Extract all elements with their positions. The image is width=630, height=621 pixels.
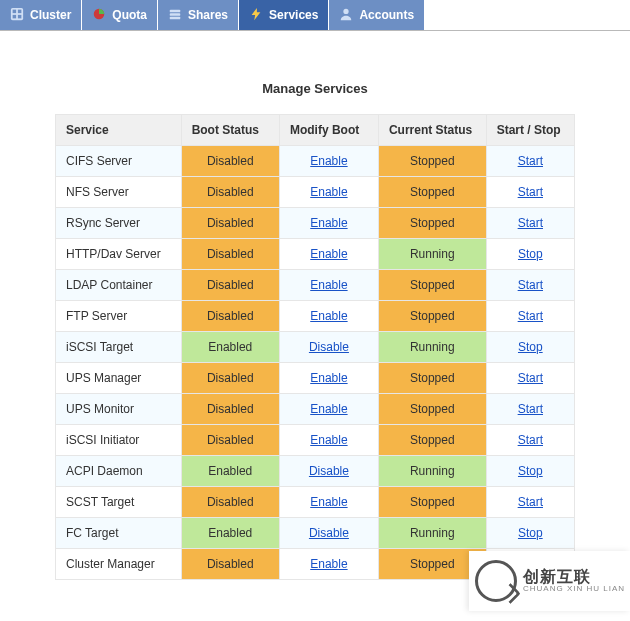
services-table: Service Boot Status Modify Boot Current … (55, 114, 575, 580)
service-name: LDAP Container (56, 270, 182, 301)
boot-status: Enabled (181, 332, 279, 363)
nav-tab-cluster[interactable]: Cluster (0, 0, 82, 30)
start-link[interactable]: Start (518, 216, 543, 230)
current-status: Stopped (378, 394, 486, 425)
current-status: Stopped (378, 301, 486, 332)
modify-boot-cell: Disable (279, 332, 378, 363)
enable-boot-link[interactable]: Enable (310, 557, 347, 571)
boot-status: Disabled (181, 363, 279, 394)
page-title: Manage Services (55, 61, 575, 114)
start-link[interactable]: Start (518, 278, 543, 292)
watermark: 创新互联 CHUANG XIN HU LIAN (469, 551, 630, 580)
current-status: Stopped (378, 425, 486, 456)
table-row: NFS ServerDisabledEnableStoppedStart (56, 177, 575, 208)
stop-link[interactable]: Stop (518, 247, 543, 261)
start-stop-cell: Start (486, 270, 574, 301)
current-status: Running (378, 332, 486, 363)
enable-boot-link[interactable]: Enable (310, 309, 347, 323)
table-row: HTTP/Dav ServerDisabledEnableRunningStop (56, 239, 575, 270)
start-link[interactable]: Start (518, 495, 543, 509)
service-name: FC Target (56, 518, 182, 549)
start-stop-cell: Start (486, 394, 574, 425)
nav-tab-services[interactable]: Services (239, 0, 329, 30)
start-link[interactable]: Start (518, 402, 543, 416)
start-stop-cell: Start (486, 301, 574, 332)
start-link[interactable]: Start (518, 371, 543, 385)
boot-status: Enabled (181, 456, 279, 487)
svg-marker-9 (252, 7, 261, 19)
table-row: FTP ServerDisabledEnableStoppedStart (56, 301, 575, 332)
table-row: LDAP ContainerDisabledEnableStoppedStart (56, 270, 575, 301)
nav-tab-quota[interactable]: Quota (82, 0, 158, 30)
enable-boot-link[interactable]: Enable (310, 247, 347, 261)
current-status: Running (378, 239, 486, 270)
service-name: ACPI Daemon (56, 456, 182, 487)
start-link[interactable]: Start (518, 433, 543, 447)
start-link[interactable]: Start (518, 309, 543, 323)
boot-status: Disabled (181, 177, 279, 208)
nav-tab-label: Shares (188, 8, 228, 22)
table-row: ACPI DaemonEnabledDisableRunningStop (56, 456, 575, 487)
watermark-text-big: 创新互联 (523, 568, 625, 580)
service-name: Cluster Manager (56, 549, 182, 580)
svg-rect-1 (13, 9, 17, 13)
boot-status: Disabled (181, 487, 279, 518)
modify-boot-cell: Enable (279, 146, 378, 177)
service-name: NFS Server (56, 177, 182, 208)
disable-boot-link[interactable]: Disable (309, 526, 349, 540)
col-boot-status: Boot Status (181, 115, 279, 146)
modify-boot-cell: Enable (279, 270, 378, 301)
boot-status: Disabled (181, 394, 279, 425)
modify-boot-cell: Enable (279, 177, 378, 208)
enable-boot-link[interactable]: Enable (310, 433, 347, 447)
modify-boot-cell: Disable (279, 456, 378, 487)
table-row: UPS MonitorDisabledEnableStoppedStart (56, 394, 575, 425)
enable-boot-link[interactable]: Enable (310, 371, 347, 385)
nav-tab-accounts[interactable]: Accounts (329, 0, 425, 30)
enable-boot-link[interactable]: Enable (310, 402, 347, 416)
stop-link[interactable]: Stop (518, 340, 543, 354)
modify-boot-cell: Enable (279, 425, 378, 456)
table-row: RSync ServerDisabledEnableStoppedStart (56, 208, 575, 239)
svg-rect-7 (170, 13, 181, 16)
modify-boot-cell: Enable (279, 549, 378, 580)
start-link[interactable]: Start (518, 185, 543, 199)
enable-boot-link[interactable]: Enable (310, 185, 347, 199)
shares-icon (168, 7, 182, 24)
enable-boot-link[interactable]: Enable (310, 278, 347, 292)
table-row: iSCSI InitiatorDisabledEnableStoppedStar… (56, 425, 575, 456)
modify-boot-cell: Enable (279, 394, 378, 425)
disable-boot-link[interactable]: Disable (309, 464, 349, 478)
start-stop-cell: Start (486, 363, 574, 394)
enable-boot-link[interactable]: Enable (310, 154, 347, 168)
col-service: Service (56, 115, 182, 146)
stop-link[interactable]: Stop (518, 464, 543, 478)
start-stop-cell: Start (486, 177, 574, 208)
accounts-icon (339, 7, 353, 24)
nav-tab-label: Accounts (359, 8, 414, 22)
nav-tab-label: Services (269, 8, 318, 22)
stop-link[interactable]: Stop (518, 526, 543, 540)
cluster-icon (10, 7, 24, 24)
col-start-stop: Start / Stop (486, 115, 574, 146)
boot-status: Disabled (181, 270, 279, 301)
start-link[interactable]: Start (518, 154, 543, 168)
modify-boot-cell: Enable (279, 487, 378, 518)
start-stop-cell: Stop (486, 456, 574, 487)
svg-rect-4 (18, 14, 22, 18)
current-status: Stopped (378, 270, 486, 301)
service-name: HTTP/Dav Server (56, 239, 182, 270)
current-status: Running (378, 518, 486, 549)
nav-tab-shares[interactable]: Shares (158, 0, 239, 30)
service-name: iSCSI Initiator (56, 425, 182, 456)
boot-status: Enabled (181, 518, 279, 549)
enable-boot-link[interactable]: Enable (310, 216, 347, 230)
table-row: SCST TargetDisabledEnableStoppedStart (56, 487, 575, 518)
svg-point-10 (344, 8, 349, 13)
enable-boot-link[interactable]: Enable (310, 495, 347, 509)
nav-tab-label: Quota (112, 8, 147, 22)
svg-rect-6 (170, 9, 181, 12)
top-nav: ClusterQuotaSharesServicesAccounts (0, 0, 630, 31)
current-status: Stopped (378, 487, 486, 518)
disable-boot-link[interactable]: Disable (309, 340, 349, 354)
